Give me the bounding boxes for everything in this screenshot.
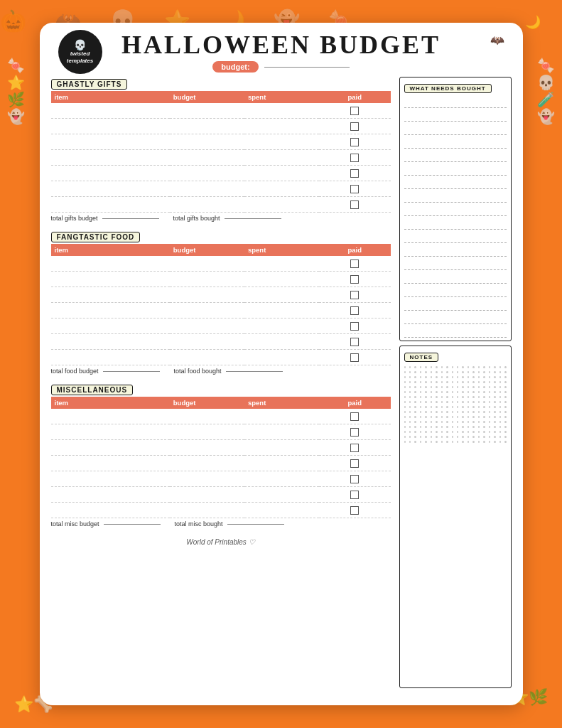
budget-cell[interactable] xyxy=(170,287,244,303)
item-cell[interactable] xyxy=(51,166,170,181)
item-cell[interactable] xyxy=(51,103,170,119)
checkbox[interactable] xyxy=(350,275,359,284)
wnb-line[interactable] xyxy=(404,232,507,243)
item-cell[interactable] xyxy=(51,197,170,213)
item-cell[interactable] xyxy=(51,456,170,471)
spent-cell[interactable] xyxy=(244,181,319,197)
spent-cell[interactable] xyxy=(244,134,319,150)
budget-cell[interactable] xyxy=(170,503,244,518)
item-cell[interactable] xyxy=(51,150,170,166)
spent-cell[interactable] xyxy=(244,409,319,424)
paid-cell[interactable] xyxy=(319,350,390,365)
budget-cell[interactable] xyxy=(170,409,244,424)
item-cell[interactable] xyxy=(51,424,170,440)
checkbox[interactable] xyxy=(350,444,359,452)
checkbox[interactable] xyxy=(350,338,359,346)
item-cell[interactable] xyxy=(51,487,170,503)
budget-cell[interactable] xyxy=(170,350,244,365)
item-cell[interactable] xyxy=(51,119,170,134)
spent-cell[interactable] xyxy=(244,272,319,287)
checkbox[interactable] xyxy=(350,291,359,299)
spent-cell[interactable] xyxy=(244,318,319,334)
budget-cell[interactable] xyxy=(170,456,244,471)
wnb-line[interactable] xyxy=(404,124,507,135)
wnb-line[interactable] xyxy=(404,259,507,270)
item-cell[interactable] xyxy=(51,134,170,150)
spent-cell[interactable] xyxy=(244,287,319,303)
budget-cell[interactable] xyxy=(170,256,244,272)
item-cell[interactable] xyxy=(51,440,170,456)
spent-cell[interactable] xyxy=(244,471,319,487)
paid-cell[interactable] xyxy=(319,456,390,471)
item-cell[interactable] xyxy=(51,318,170,334)
checkbox[interactable] xyxy=(350,412,359,421)
spent-cell[interactable] xyxy=(244,103,319,119)
paid-cell[interactable] xyxy=(319,166,390,181)
paid-cell[interactable] xyxy=(319,119,390,134)
budget-cell[interactable] xyxy=(170,272,244,287)
spent-cell[interactable] xyxy=(244,150,319,166)
checkbox[interactable] xyxy=(350,491,359,499)
wnb-line[interactable] xyxy=(404,218,507,230)
item-cell[interactable] xyxy=(51,471,170,487)
spent-cell[interactable] xyxy=(244,303,319,318)
spent-cell[interactable] xyxy=(244,166,319,181)
paid-cell[interactable] xyxy=(319,424,390,440)
spent-cell[interactable] xyxy=(244,503,319,518)
wnb-line[interactable] xyxy=(404,178,507,189)
budget-cell[interactable] xyxy=(170,119,244,134)
paid-cell[interactable] xyxy=(319,334,390,350)
item-cell[interactable] xyxy=(51,503,170,518)
spent-cell[interactable] xyxy=(244,197,319,213)
budget-cell[interactable] xyxy=(170,134,244,150)
paid-cell[interactable] xyxy=(319,150,390,166)
wnb-line[interactable] xyxy=(404,286,507,297)
wnb-line[interactable] xyxy=(404,191,507,203)
spent-cell[interactable] xyxy=(244,487,319,503)
paid-cell[interactable] xyxy=(319,503,390,518)
wnb-line[interactable] xyxy=(404,299,507,311)
spent-cell[interactable] xyxy=(244,119,319,134)
item-cell[interactable] xyxy=(51,256,170,272)
budget-cell[interactable] xyxy=(170,487,244,503)
budget-cell[interactable] xyxy=(170,103,244,119)
paid-cell[interactable] xyxy=(319,318,390,334)
item-cell[interactable] xyxy=(51,181,170,197)
budget-cell[interactable] xyxy=(170,424,244,440)
checkbox[interactable] xyxy=(350,138,359,146)
paid-cell[interactable] xyxy=(319,287,390,303)
checkbox[interactable] xyxy=(350,185,359,193)
checkbox[interactable] xyxy=(350,459,359,468)
item-cell[interactable] xyxy=(51,272,170,287)
wnb-line[interactable] xyxy=(404,326,507,338)
paid-cell[interactable] xyxy=(319,303,390,318)
checkbox[interactable] xyxy=(350,506,359,515)
paid-cell[interactable] xyxy=(319,256,390,272)
paid-cell[interactable] xyxy=(319,487,390,503)
wnb-line[interactable] xyxy=(404,110,507,122)
wnb-line[interactable] xyxy=(404,137,507,149)
checkbox[interactable] xyxy=(350,306,359,315)
item-cell[interactable] xyxy=(51,334,170,350)
checkbox[interactable] xyxy=(350,428,359,437)
wnb-line[interactable] xyxy=(404,205,507,216)
wnb-line[interactable] xyxy=(404,313,507,324)
checkbox[interactable] xyxy=(350,154,359,162)
spent-cell[interactable] xyxy=(244,456,319,471)
spent-cell[interactable] xyxy=(244,256,319,272)
budget-cell[interactable] xyxy=(170,150,244,166)
paid-cell[interactable] xyxy=(319,471,390,487)
item-cell[interactable] xyxy=(51,350,170,365)
spent-cell[interactable] xyxy=(244,424,319,440)
spent-cell[interactable] xyxy=(244,334,319,350)
spent-cell[interactable] xyxy=(244,350,319,365)
checkbox[interactable] xyxy=(350,475,359,483)
wnb-line[interactable] xyxy=(404,97,507,108)
paid-cell[interactable] xyxy=(319,197,390,213)
checkbox[interactable] xyxy=(350,259,359,268)
budget-cell[interactable] xyxy=(170,166,244,181)
checkbox[interactable] xyxy=(350,169,359,178)
budget-cell[interactable] xyxy=(170,471,244,487)
wnb-line[interactable] xyxy=(404,164,507,176)
wnb-line[interactable] xyxy=(404,245,507,257)
